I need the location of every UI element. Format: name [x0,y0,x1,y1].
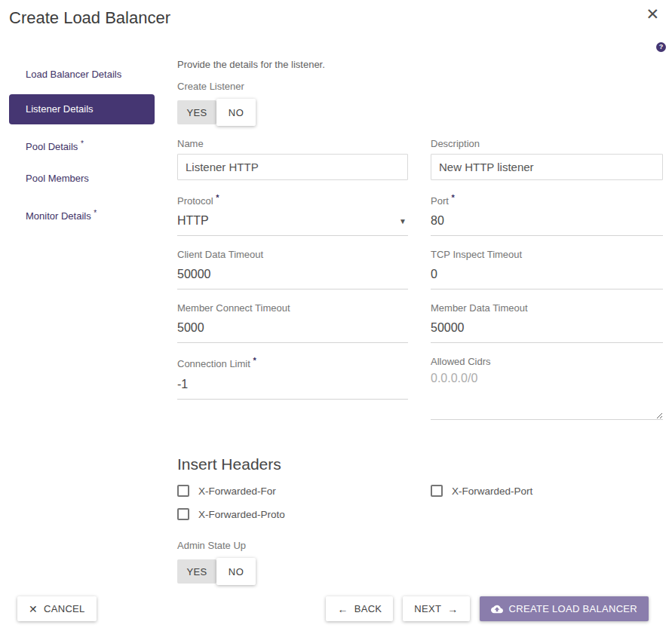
connection-limit-field-group: Connection Limit * [177,356,408,423]
member-data-timeout-input[interactable] [431,318,663,343]
step-load-balancer-details[interactable]: Load Balancer Details [9,60,155,90]
x-forwarded-for-option[interactable]: X-Forwarded-For [177,485,431,497]
port-input[interactable] [431,211,663,236]
name-label: Name [177,138,408,149]
member-data-timeout-field-group: Member Data Timeout [431,302,663,343]
x-forwarded-port-option[interactable]: X-Forwarded-Port [431,485,663,497]
back-button[interactable]: ← BACK [326,596,393,621]
connection-limit-label: Connection Limit * [177,356,408,369]
client-data-timeout-label: Client Data Timeout [177,249,408,260]
step-pool-members[interactable]: Pool Members [9,164,155,194]
name-input[interactable] [177,154,408,180]
x-forwarded-proto-checkbox[interactable] [177,508,189,520]
tcp-inspect-timeout-input[interactable] [431,265,663,289]
member-data-timeout-label: Member Data Timeout [431,302,663,314]
protocol-label-text: Protocol [177,195,213,207]
step-label: Listener Details [26,103,94,115]
name-field-group: Name [177,138,408,180]
x-forwarded-port-checkbox[interactable] [431,485,443,497]
close-icon[interactable]: ✕ [646,4,659,25]
create-load-balancer-button[interactable]: CREATE LOAD BALANCER [480,596,649,621]
member-connect-timeout-input[interactable] [177,318,408,343]
step-label: Monitor Details [26,210,91,222]
create-listener-toggle: YES NO [177,99,256,126]
allowed-cidrs-textarea[interactable] [431,372,663,420]
client-data-timeout-input[interactable] [177,265,408,289]
required-asterisk: * [216,193,219,202]
step-pool-details[interactable]: Pool Details * [9,129,155,159]
x-forwarded-proto-label: X-Forwarded-Proto [198,509,285,520]
description-label: Description [431,138,663,149]
fields-grid: Name Description Protocol * ▼ Port [177,138,663,436]
protocol-label: Protocol * [177,193,408,207]
x-forwarded-proto-option[interactable]: X-Forwarded-Proto [177,508,431,520]
admin-state-up-label: Admin State Up [177,540,663,551]
x-forwarded-for-checkbox[interactable] [177,485,189,497]
protocol-value[interactable] [177,211,408,236]
insert-headers-options: X-Forwarded-For X-Forwarded-Port X-Forwa… [177,485,663,520]
port-field-group: Port * [431,193,663,236]
create-listener-yes-button[interactable]: YES [177,100,216,124]
create-label: CREATE LOAD BALANCER [509,603,637,614]
help-icon[interactable]: ? [656,42,666,52]
step-label: Load Balancer Details [26,69,121,80]
next-label: NEXT [414,603,441,614]
x-forwarded-port-label: X-Forwarded-Port [452,486,532,497]
protocol-field-group: Protocol * ▼ [177,193,408,236]
next-arrow-icon: → [447,603,458,615]
cloud-upload-icon [491,603,503,615]
next-button[interactable]: NEXT → [403,596,469,621]
admin-state-up-yes-button[interactable]: YES [177,559,216,584]
cancel-label: CANCEL [44,603,85,614]
insert-headers-title: Insert Headers [177,455,663,473]
tcp-inspect-timeout-label: TCP Inspect Timeout [431,249,663,260]
wizard-steps: Load Balancer Details Listener Details P… [9,60,155,233]
create-listener-label: Create Listener [177,81,663,92]
tcp-inspect-timeout-field-group: TCP Inspect Timeout [431,249,663,289]
back-label: BACK [354,603,382,614]
listener-details-form: Provide the details for the listener. Cr… [177,59,663,590]
admin-state-up-no-button[interactable]: NO [216,558,256,585]
admin-state-up-group: Admin State Up YES NO [177,540,663,590]
footer-left: ✕ CANCEL [17,596,97,621]
port-label: Port * [431,193,663,207]
required-asterisk: * [94,209,97,217]
x-forwarded-for-label: X-Forwarded-For [198,486,276,497]
create-load-balancer-dialog: Create Load Balancer ✕ ? Load Balancer D… [0,0,672,628]
required-asterisk: * [451,193,454,202]
member-connect-timeout-field-group: Member Connect Timeout [177,302,408,343]
cancel-x-icon: ✕ [29,603,38,615]
page-title: Create Load Balancer [9,8,170,28]
protocol-select[interactable]: ▼ [177,211,408,236]
connection-limit-input[interactable] [177,375,408,400]
member-connect-timeout-label: Member Connect Timeout [177,302,408,314]
allowed-cidrs-label: Allowed Cidrs [431,356,663,367]
required-asterisk: * [253,356,256,365]
step-monitor-details[interactable]: Monitor Details * [9,198,155,228]
required-asterisk: * [81,139,84,148]
description-input[interactable] [431,154,663,180]
step-listener-details[interactable]: Listener Details [9,94,155,124]
client-data-timeout-field-group: Client Data Timeout [177,249,408,289]
allowed-cidrs-field-group: Allowed Cidrs [431,356,663,423]
connection-limit-label-text: Connection Limit [177,359,250,370]
port-label-text: Port [431,195,449,207]
back-arrow-icon: ← [337,603,348,615]
step-label: Pool Details [26,141,78,152]
step-label: Pool Members [26,173,89,184]
footer-right: ← BACK NEXT → CREATE LOAD BALANCER [326,596,649,621]
description-field-group: Description [431,138,663,180]
cancel-button[interactable]: ✕ CANCEL [17,596,97,621]
intro-text: Provide the details for the listener. [177,59,663,70]
admin-state-up-toggle: YES NO [177,558,256,585]
create-listener-no-button[interactable]: NO [216,99,256,126]
